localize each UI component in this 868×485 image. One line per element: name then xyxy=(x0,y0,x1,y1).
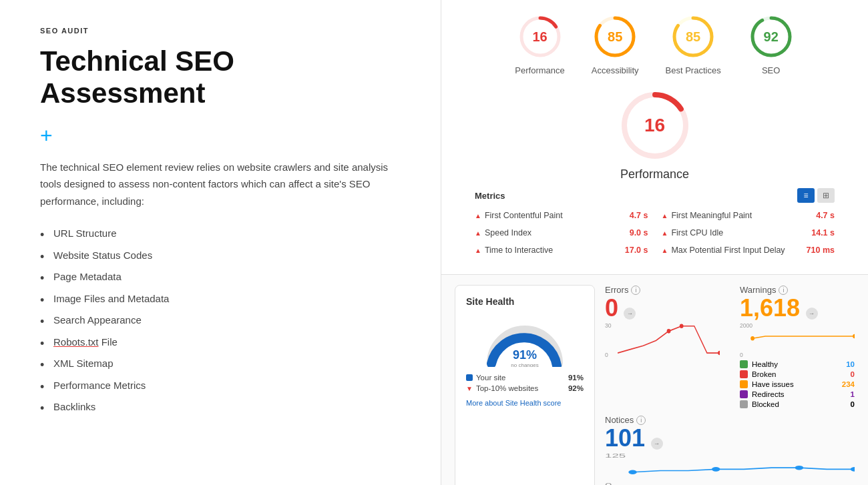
metric-name: Max Potential First Input Delay xyxy=(671,246,785,255)
metric-row: ▲ Speed Index 9.0 s xyxy=(475,225,648,240)
metric-name: First Contentful Paint xyxy=(485,211,563,220)
svg-point-19 xyxy=(750,336,754,341)
legend-entry-blocked: Blocked 0 xyxy=(740,400,855,408)
legend-val-yoursite: 91% xyxy=(568,374,584,382)
notices-badge: → xyxy=(651,438,663,450)
errors-value: 0 xyxy=(605,294,618,322)
metric-warn-icon: ▲ xyxy=(662,212,668,219)
metric-value: 4.7 s xyxy=(816,211,835,220)
warnings-badge: → xyxy=(806,308,818,320)
score-item-performance: 16 Performance xyxy=(515,13,564,75)
warnings-info-icon[interactable]: i xyxy=(779,286,788,295)
svg-text:no changes: no changes xyxy=(511,362,538,367)
main-title: Technical SEO Assessment xyxy=(40,45,401,110)
metric-name: First Meaningful Paint xyxy=(671,211,752,220)
svg-text:0: 0 xyxy=(605,351,608,358)
metric-name: Speed Index xyxy=(485,228,531,237)
left-panel: SEO AUDIT Technical SEO Assessment + The… xyxy=(0,0,441,485)
svg-text:91%: 91% xyxy=(513,348,537,362)
gauge-container: 91% no changes xyxy=(466,314,584,367)
metric-value: 4.7 s xyxy=(630,211,648,220)
description: The technical SEO element review relies … xyxy=(40,159,401,210)
score-item-accessibility: 85 Accessibility xyxy=(592,13,639,75)
svg-point-14 xyxy=(667,329,671,334)
legend-sq xyxy=(740,370,748,378)
svg-text:125: 125 xyxy=(605,452,626,459)
warnings-label: Warnings i xyxy=(740,285,855,295)
bottom-section: Site Health 91% no changes Your site xyxy=(441,275,868,485)
svg-text:2000: 2000 xyxy=(740,322,752,329)
svg-point-16 xyxy=(718,351,720,356)
perf-circle-large: 16 xyxy=(618,89,692,162)
metrics-toggle: ≡ ⊞ xyxy=(797,188,835,203)
legend-entry-left: Blocked xyxy=(740,400,779,408)
svg-point-23 xyxy=(628,470,636,474)
toggle-grid-btn[interactable]: ⊞ xyxy=(817,188,835,203)
score-label: SEO xyxy=(762,65,780,75)
stats-top-row: Errors i 0 → 30 0 xyxy=(605,285,855,408)
site-health-legend: Your site 91% ▼ Top-10% websites 92% xyxy=(466,372,584,394)
legend-dot-yoursite xyxy=(466,374,473,381)
metric-row: ▲ First Meaningful Paint 4.7 s xyxy=(662,208,835,223)
legend-label-yoursite: Your site xyxy=(476,374,505,382)
metric-value: 9.0 s xyxy=(630,228,648,237)
metric-left: ▲ First Meaningful Paint xyxy=(662,211,752,220)
warnings-sparkline: 2000 0 xyxy=(740,320,855,360)
right-stats: Errors i 0 → 30 0 xyxy=(605,285,855,485)
notices-sparkline: 125 0 xyxy=(605,450,855,485)
warnings-legend: Healthy 10 Broken 0 Have issues 234 Redi… xyxy=(740,360,855,408)
legend-entry-val: 234 xyxy=(842,380,855,388)
legend-label: Redirects xyxy=(752,390,785,398)
metric-warn-icon: ▲ xyxy=(662,229,668,237)
scores-section: 16 Performance 85 Accessibility 85 Best … xyxy=(441,0,868,275)
legend-label-top10: Top-10% websites xyxy=(476,384,538,392)
errors-block: Errors i 0 → 30 0 xyxy=(605,285,720,408)
svg-point-20 xyxy=(853,334,855,339)
score-item-best-practices: 85 Best Practices xyxy=(666,13,721,75)
legend-item-yoursite: Your site 91% xyxy=(466,372,584,383)
metric-left: ▲ First CPU Idle xyxy=(662,228,724,237)
metric-warn-icon: ▲ xyxy=(475,212,481,219)
bullet-item: Image Files and Metadata xyxy=(40,288,401,310)
metric-name: Time to Interactive xyxy=(485,246,553,255)
notices-label: Notices i xyxy=(605,415,855,425)
scores-row: 16 Performance 85 Accessibility 85 Best … xyxy=(461,13,848,75)
legend-entry-left: Broken xyxy=(740,370,776,378)
perf-label-large: Performance xyxy=(620,167,689,181)
svg-text:0: 0 xyxy=(605,480,612,485)
legend-label: Have issues xyxy=(752,380,794,388)
site-health-link[interactable]: More about Site Health score xyxy=(466,399,584,407)
notices-row: Notices i 101 → 125 0 xyxy=(605,415,855,485)
metrics-grid: ▲ First Contentful Paint 4.7 s ▲ First M… xyxy=(475,208,835,258)
svg-point-15 xyxy=(680,324,684,328)
metrics-header: Metrics ≡ ⊞ xyxy=(475,188,835,203)
gauge-svg: 91% no changes xyxy=(478,314,572,367)
svg-point-24 xyxy=(712,467,720,472)
bullet-item: URL Structure xyxy=(40,223,401,245)
legend-entry-val: 1 xyxy=(851,390,855,398)
bullet-item: Website Status Codes xyxy=(40,245,401,267)
score-circle: 85 xyxy=(670,13,716,60)
site-health-title: Site Health xyxy=(466,296,584,307)
legend-entry-have-issues: Have issues 234 xyxy=(740,380,855,388)
notices-value: 101 xyxy=(605,424,645,452)
score-label: Best Practices xyxy=(666,65,721,75)
legend-label: Broken xyxy=(752,370,776,378)
perf-large: 16 Performance xyxy=(461,89,848,181)
metric-warn-icon: ▲ xyxy=(475,247,481,254)
bullet-item: Robots.txt File xyxy=(40,332,401,354)
legend-val-top10: 92% xyxy=(568,384,584,392)
notices-info-icon[interactable]: i xyxy=(636,416,646,425)
legend-entry-redirects: Redirects 1 xyxy=(740,390,855,398)
metric-left: ▲ First Contentful Paint xyxy=(475,211,563,220)
perf-number-large: 16 xyxy=(644,115,665,136)
legend-sq xyxy=(740,380,748,388)
legend-entry-broken: Broken 0 xyxy=(740,370,855,378)
toggle-bar-btn[interactable]: ≡ xyxy=(797,188,815,203)
site-health-card: Site Health 91% no changes Your site xyxy=(455,285,595,485)
svg-point-26 xyxy=(851,467,855,472)
errors-info-icon[interactable]: i xyxy=(631,286,640,295)
legend-entry-healthy: Healthy 10 xyxy=(740,360,855,368)
errors-label: Errors i xyxy=(605,285,720,295)
metrics-section: Metrics ≡ ⊞ ▲ First Contentful Paint 4.7… xyxy=(461,188,848,268)
